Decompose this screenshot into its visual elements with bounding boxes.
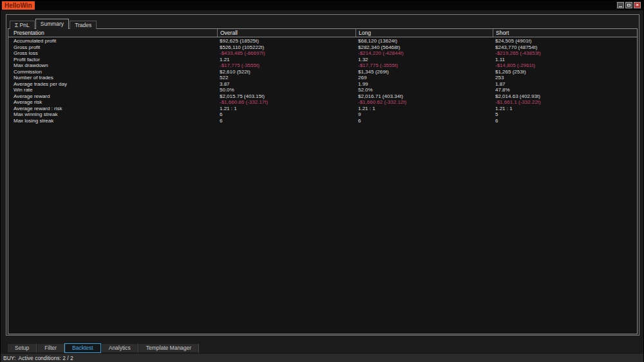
cell-overall: $526,110 (105222t) [217, 44, 355, 51]
tab-template-manager[interactable]: Template Manager [138, 343, 199, 353]
cell-overall: $2,610 (522t) [217, 69, 355, 75]
cell-label: Max losing streak [8, 118, 217, 124]
cell-short: $243,770 (48754t) [493, 44, 637, 51]
column-header-overall[interactable]: Overall [217, 29, 355, 37]
summary-table-header: PresentationOverallLongShort [8, 29, 637, 37]
table-row-commission: Commission$2,610 (522t)$1,345 (269t)$1,2… [8, 69, 637, 75]
cell-overall: 50.0% [217, 87, 355, 93]
cell-short: 253 [493, 75, 637, 81]
tab-setup[interactable]: Setup [7, 343, 37, 353]
column-header-short[interactable]: Short [493, 29, 637, 37]
cell-overall: 1.21 [217, 57, 355, 63]
cell-label: Average risk [8, 99, 217, 106]
cell-long: 1.21 : 1 [355, 106, 493, 112]
cell-overall: 1.21 : 1 [217, 106, 355, 112]
table-row-average-risk: Average risk-$1,660.86 (-332.17t)-$1,660… [8, 99, 637, 106]
cell-label: Gross loss [8, 50, 217, 57]
cell-overall: $92,625 (18525t) [217, 38, 355, 44]
restore-button[interactable] [625, 2, 632, 8]
cell-label: Number of trades [8, 75, 217, 81]
cell-overall: -$1,660.86 (-332.17t) [217, 99, 355, 106]
column-header-presentation[interactable]: Presentation [8, 29, 217, 37]
bottom-tab-strip: SetupFilterBacktestAnalyticsTemplate Man… [7, 343, 199, 353]
tab-backtest[interactable]: Backtest [64, 343, 101, 353]
cell-label: Gross profit [8, 44, 217, 51]
cell-label: Average reward : risk [8, 106, 217, 112]
cell-long: $68,120 (13624t) [355, 38, 493, 44]
cell-long: 9 [355, 111, 493, 118]
minimize-button[interactable] [617, 2, 624, 8]
cell-label: Accumulated profit [8, 38, 217, 44]
status-bar: BUY: Active conditions: 2 / 2 [1, 353, 643, 362]
window-title: HelloWin [2, 1, 35, 10]
restore-icon [627, 4, 630, 6]
cell-overall: -$433,485 (-86697t) [217, 50, 355, 57]
column-header-long[interactable]: Long [355, 29, 493, 37]
cell-short: -$14,805 (-2961t) [493, 62, 637, 69]
cell-short: 47.8% [493, 87, 637, 93]
table-row-number-of-trades: Number of trades522269253 [8, 75, 637, 81]
app-window: HelloWin × Σ PnLSummaryTrades Presentati… [0, 0, 644, 362]
tab-trades[interactable]: Trades [70, 21, 97, 29]
cell-short: 1.87 [493, 81, 637, 88]
title-bar: HelloWin × [1, 1, 643, 10]
cell-overall: -$17,775 (-3555t) [217, 62, 355, 69]
cell-short: -$1,661.1 (-332.22t) [493, 99, 637, 106]
cell-label: Max drawdown [8, 62, 217, 69]
table-row-average-reward: Average reward$2,015.75 (403.15t)$2,016.… [8, 93, 637, 100]
cell-long: -$1,660.62 (-332.12t) [355, 99, 493, 106]
cell-short: $2,014.63 (402.93t) [493, 93, 637, 100]
table-row-max-losing-streak: Max losing streak666 [8, 118, 637, 124]
cell-long: $1,345 (269t) [355, 69, 493, 75]
cell-short: 6 [493, 118, 637, 124]
table-row-win-rate: Win rate50.0%52.0%47.8% [8, 87, 637, 93]
table-row-max-winning-streak: Max winning streak695 [8, 111, 637, 118]
tab-pnl[interactable]: Σ PnL [10, 21, 35, 29]
table-row-max-drawdown: Max drawdown-$17,775 (-3555t)-$17,775 (-… [8, 62, 637, 69]
cell-long: -$17,775 (-3555t) [355, 62, 493, 69]
table-row-gross-profit: Gross profit$526,110 (105222t)$282,340 (… [8, 44, 637, 51]
minimize-icon [619, 6, 622, 7]
tab-analytics[interactable]: Analytics [101, 343, 138, 353]
table-row-gross-loss: Gross loss-$433,485 (-86697t)-$214,220 (… [8, 50, 637, 57]
cell-long: $282,340 (56468t) [355, 44, 493, 51]
cell-label: Average reward [8, 93, 217, 100]
cell-long: 52.0% [355, 87, 493, 93]
close-button[interactable]: × [634, 2, 641, 8]
cell-short: 1.11 [493, 57, 637, 63]
cell-long: 1.32 [355, 57, 493, 63]
cell-long: 1.99 [355, 81, 493, 88]
table-row-accumulated-profit: Accumulated profit$92,625 (18525t)$68,12… [8, 38, 637, 44]
cell-short: 1.21 : 1 [493, 106, 637, 112]
cell-short: $1,265 (253t) [493, 69, 637, 75]
tab-filter[interactable]: Filter [37, 343, 64, 353]
close-icon: × [636, 3, 639, 8]
cell-overall: 6 [217, 118, 355, 124]
cell-overall: 522 [217, 75, 355, 81]
cell-short: 5 [493, 111, 637, 118]
top-tab-strip: Σ PnLSummaryTrades [10, 18, 97, 29]
cell-overall: $2,015.75 (403.15t) [217, 93, 355, 100]
window-controls: × [617, 2, 641, 8]
cell-long: 269 [355, 75, 493, 81]
cell-label: Win rate [8, 87, 217, 93]
cell-label: Commission [8, 69, 217, 75]
cell-long: -$214,220 (-42844t) [355, 50, 493, 57]
table-row-profit-factor: Profit factor1.211.321.11 [8, 57, 637, 63]
cell-short: -$219,265 (-43853t) [493, 50, 637, 57]
cell-short: $24,505 (4901t) [493, 38, 637, 44]
status-text: BUY: Active conditions: 2 / 2 [3, 355, 73, 361]
cell-label: Average trades per day [8, 81, 217, 88]
cell-label: Max winning streak [8, 111, 217, 118]
tab-summary[interactable]: Summary [35, 19, 69, 29]
cell-overall: 3.87 [217, 81, 355, 88]
cell-long: $2,016.71 (403.34t) [355, 93, 493, 100]
summary-table: PresentationOverallLongShort Accumulated… [8, 28, 638, 334]
cell-label: Profit factor [8, 57, 217, 63]
table-row-average-trades-per-day: Average trades per day3.871.991.87 [8, 81, 637, 88]
summary-table-body: Accumulated profit$92,625 (18525t)$68,12… [8, 37, 637, 124]
table-row-average-reward-risk: Average reward : risk1.21 : 11.21 : 11.2… [8, 106, 637, 112]
cell-overall: 6 [217, 111, 355, 118]
cell-long: 6 [355, 118, 493, 124]
